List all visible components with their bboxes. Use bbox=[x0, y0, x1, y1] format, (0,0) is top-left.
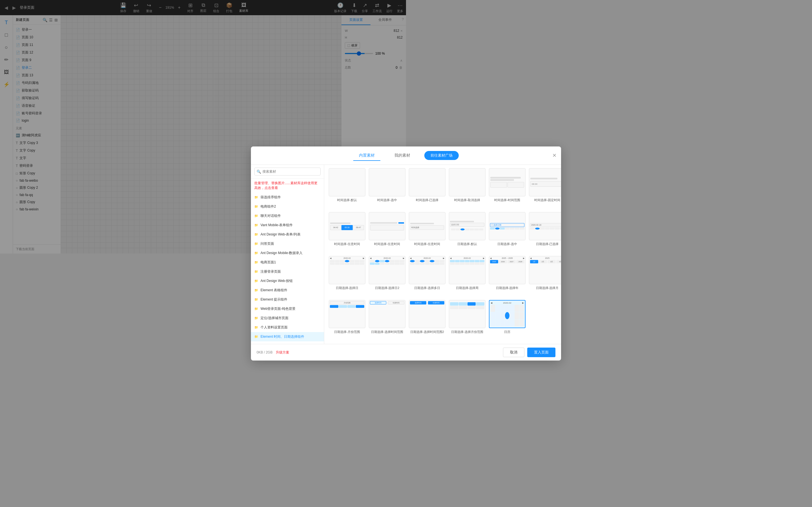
thumb-1 bbox=[369, 168, 405, 196]
nav-item-ecom2[interactable]: 📁 电商组件2 bbox=[251, 202, 324, 211]
search-wrap: 🔍 bbox=[254, 168, 320, 175]
modal-sidebar: 🔍 批量管理、替换图片......素材库这样使用更高效，点击查看 📁 筛选排序组… bbox=[251, 165, 324, 253]
folder-icon: 📁 bbox=[254, 195, 258, 199]
nav-item-antd-web[interactable]: 📁 Ant Design Web-表单/列表 bbox=[251, 230, 324, 239]
grid-item-7[interactable]: 04:42 05:33 06:47 时间选择-任意时间 bbox=[329, 212, 365, 252]
modal-tab-my[interactable]: 我的素材 bbox=[389, 151, 406, 161]
grid-item-8[interactable]: 时间选择-任意时间 bbox=[369, 212, 405, 252]
modal-asset-grid: 时间选择-默认 时间选择-选中 bbox=[324, 165, 406, 253]
modal-notice[interactable]: 批量管理、替换图片......素材库这样使用更高效，点击查看 bbox=[251, 179, 324, 193]
modal-content: 时间选择-默认 时间选择-选中 bbox=[324, 165, 406, 253]
search-icon: 🔍 bbox=[257, 170, 261, 174]
grid-item-0[interactable]: 时间选择-默认 bbox=[329, 168, 365, 209]
folder-icon: 📁 bbox=[254, 242, 258, 245]
thumb-8 bbox=[369, 212, 405, 240]
nav-item-filter[interactable]: 📁 筛选排序组件 bbox=[251, 193, 324, 202]
modal-tab-builtin[interactable]: 内置素材 bbox=[353, 151, 380, 161]
modal-overlay[interactable]: 内置素材 我的素材 前往素材广场 ✕ 🔍 批量管理、替换图片......素材库这… bbox=[0, 0, 406, 253]
modal-header: 内置素材 我的素材 前往素材广场 ✕ bbox=[251, 147, 406, 165]
folder-icon: 📁 bbox=[254, 251, 258, 253]
nav-item-antd-mobile[interactable]: 📁 Ant Design Mobile-数据录入 bbox=[251, 248, 324, 253]
asset-modal: 内置素材 我的素材 前往素材广场 ✕ 🔍 批量管理、替换图片......素材库这… bbox=[251, 147, 406, 253]
thumb-0 bbox=[329, 168, 365, 196]
modal-search-section: 🔍 bbox=[251, 165, 324, 179]
folder-icon: 📁 bbox=[254, 214, 258, 218]
grid-item-1[interactable]: 时间选择-选中 bbox=[369, 168, 405, 209]
nav-item-vant[interactable]: 📁 Vant Mobile-表单组件 bbox=[251, 221, 324, 230]
asset-search-input[interactable] bbox=[254, 168, 320, 175]
nav-item-qa[interactable]: 📁 问答页面 bbox=[251, 239, 324, 248]
modal-nav: 📁 筛选排序组件 📁 电商组件2 📁 聊天对话组件 📁 Vant Mobile-… bbox=[251, 193, 324, 253]
folder-icon: 📁 bbox=[254, 233, 258, 236]
folder-icon: 📁 bbox=[254, 223, 258, 227]
modal-body: 🔍 批量管理、替换图片......素材库这样使用更高效，点击查看 📁 筛选排序组… bbox=[251, 165, 406, 253]
thumb-7: 04:42 05:33 06:47 bbox=[329, 212, 365, 240]
nav-item-chat[interactable]: 📁 聊天对话组件 bbox=[251, 211, 324, 221]
folder-icon: 📁 bbox=[254, 205, 258, 209]
